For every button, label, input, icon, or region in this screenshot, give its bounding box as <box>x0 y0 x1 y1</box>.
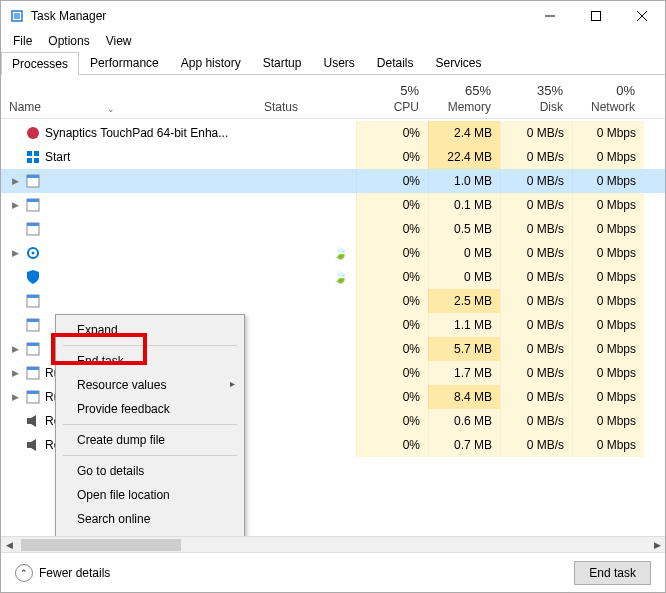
expand-icon[interactable]: ▶ <box>9 344 21 354</box>
titlebar: Task Manager <box>1 1 665 31</box>
close-button[interactable] <box>619 1 665 31</box>
memory-cell: 1.1 MB <box>428 313 500 337</box>
scroll-left-icon[interactable]: ◀ <box>1 537 17 553</box>
memory-cell: 0 MB <box>428 265 500 289</box>
process-icon <box>25 317 41 333</box>
process-icon <box>25 365 41 381</box>
memory-cell: 1.0 MB <box>428 169 500 193</box>
process-row[interactable]: 🍃0%0 MB0 MB/s0 Mbps <box>1 265 665 289</box>
end-task-button[interactable]: End task <box>574 561 651 585</box>
disk-cell: 0 MB/s <box>500 193 572 217</box>
process-row[interactable]: ▶0%0.1 MB0 MB/s0 Mbps <box>1 193 665 217</box>
tab-users[interactable]: Users <box>312 51 365 74</box>
status-cell <box>256 289 356 313</box>
network-cell: 0 Mbps <box>572 385 644 409</box>
disk-cell: 0 MB/s <box>500 433 572 457</box>
process-row[interactable]: 0%2.5 MB0 MB/s0 Mbps <box>1 289 665 313</box>
col-cpu[interactable]: 5% CPU <box>356 75 428 118</box>
process-name-cell <box>1 217 256 241</box>
process-name-cell: Start <box>1 145 256 169</box>
maximize-button[interactable] <box>573 1 619 31</box>
ctx-search-online[interactable]: Search online <box>59 507 241 531</box>
process-name-cell: ▶ <box>1 241 256 265</box>
tab-app-history[interactable]: App history <box>170 51 252 74</box>
tab-startup[interactable]: Startup <box>252 51 313 74</box>
ctx-resource-values[interactable]: Resource values <box>59 373 241 397</box>
chevron-up-icon: ⌃ <box>15 564 33 582</box>
process-icon <box>25 341 41 357</box>
expand-icon[interactable]: ▶ <box>9 248 21 258</box>
status-cell <box>256 385 356 409</box>
tab-services[interactable]: Services <box>425 51 493 74</box>
leaf-icon: 🍃 <box>333 246 348 260</box>
start-icon <box>25 149 41 165</box>
col-network[interactable]: 0% Network <box>572 75 644 118</box>
cpu-cell: 0% <box>356 265 428 289</box>
scroll-thumb[interactable] <box>21 539 181 551</box>
menu-file[interactable]: File <box>5 32 40 50</box>
ctx-open-file-location[interactable]: Open file location <box>59 483 241 507</box>
expand-icon[interactable]: ▶ <box>9 392 21 402</box>
minimize-button[interactable] <box>527 1 573 31</box>
memory-cell: 0 MB <box>428 241 500 265</box>
cpu-cell: 0% <box>356 337 428 361</box>
disk-cell: 0 MB/s <box>500 289 572 313</box>
memory-cell: 5.7 MB <box>428 337 500 361</box>
tab-performance[interactable]: Performance <box>79 51 170 74</box>
col-status-label: Status <box>264 100 298 114</box>
svg-rect-14 <box>27 199 39 202</box>
disk-cell: 0 MB/s <box>500 361 572 385</box>
network-cell: 0 Mbps <box>572 145 644 169</box>
status-cell <box>256 361 356 385</box>
expand-icon[interactable]: ▶ <box>9 368 21 378</box>
process-row[interactable]: Start0%22.4 MB0 MB/s0 Mbps <box>1 145 665 169</box>
audio-icon <box>25 437 41 453</box>
svg-rect-28 <box>27 391 39 394</box>
process-row[interactable]: Synaptics TouchPad 64-bit Enha...0%2.4 M… <box>1 121 665 145</box>
expand-icon[interactable]: ▶ <box>9 200 21 210</box>
memory-cell: 0.1 MB <box>428 193 500 217</box>
network-cell: 0 Mbps <box>572 361 644 385</box>
svg-rect-10 <box>34 158 39 163</box>
svg-rect-29 <box>27 418 31 424</box>
cpu-cell: 0% <box>356 217 428 241</box>
network-cell: 0 Mbps <box>572 409 644 433</box>
scroll-right-icon[interactable]: ▶ <box>649 537 665 553</box>
memory-cell: 22.4 MB <box>428 145 500 169</box>
disk-cell: 0 MB/s <box>500 217 572 241</box>
expand-icon[interactable]: ▶ <box>9 176 21 186</box>
ctx-properties[interactable]: Properties <box>59 531 241 536</box>
ctx-provide-feedback[interactable]: Provide feedback <box>59 397 241 421</box>
process-row[interactable]: ▶ 0%1.0 MB0 MB/s0 Mbps <box>1 169 665 193</box>
process-row[interactable]: ▶🍃0%0 MB0 MB/s0 Mbps <box>1 241 665 265</box>
fewer-details-button[interactable]: ⌃ Fewer details <box>15 564 110 582</box>
process-row[interactable]: 0%0.5 MB0 MB/s0 Mbps <box>1 217 665 241</box>
network-cell: 0 Mbps <box>572 121 644 145</box>
process-icon <box>25 389 41 405</box>
col-memory[interactable]: 65% Memory <box>428 75 500 118</box>
col-name[interactable]: Name ⌄ <box>1 75 256 118</box>
tab-processes[interactable]: Processes <box>1 52 79 75</box>
disk-usage-pct: 35% <box>537 83 563 98</box>
svg-rect-20 <box>27 295 39 298</box>
memory-cell: 0.5 MB <box>428 217 500 241</box>
col-mem-label: Memory <box>448 100 491 114</box>
ctx-expand[interactable]: Expand <box>59 318 241 342</box>
tab-details[interactable]: Details <box>366 51 425 74</box>
menu-options[interactable]: Options <box>40 32 97 50</box>
col-status[interactable]: Status <box>256 75 356 118</box>
horizontal-scrollbar[interactable]: ◀ ▶ <box>1 536 665 552</box>
col-disk-label: Disk <box>540 100 563 114</box>
cpu-cell: 0% <box>356 169 428 193</box>
sort-indicator-icon: ⌄ <box>101 104 121 114</box>
ctx-create-dump[interactable]: Create dump file <box>59 428 241 452</box>
process-list[interactable]: Synaptics TouchPad 64-bit Enha...0%2.4 M… <box>1 119 665 536</box>
svg-rect-9 <box>27 158 32 163</box>
status-cell <box>256 433 356 457</box>
col-disk[interactable]: 35% Disk <box>500 75 572 118</box>
ctx-end-task[interactable]: End task <box>59 349 241 373</box>
svg-rect-1 <box>14 13 20 19</box>
ctx-go-details[interactable]: Go to details <box>59 459 241 483</box>
disk-cell: 0 MB/s <box>500 313 572 337</box>
menu-view[interactable]: View <box>98 32 140 50</box>
